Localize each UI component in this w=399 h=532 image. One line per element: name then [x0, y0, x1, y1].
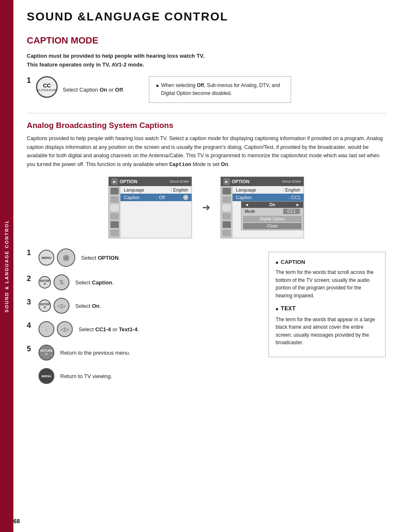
- steps-left: 1 MENU ◉ Select OPTION. 2 ENTER⊙ ⇅ Selec…: [27, 248, 258, 391]
- analog-title: Analog Broadcasting System Captions: [27, 121, 386, 130]
- menu-right-header: ▶ OPTION Move Enter: [221, 177, 304, 186]
- icon-r5: [223, 221, 231, 228]
- menu-left-caption-row: Caption : Off: [120, 194, 192, 201]
- icon-6: [110, 230, 119, 236]
- menu-right: ▶ OPTION Move Enter Language :: [220, 176, 304, 238]
- step-3-icons: ENTER⊙ ◁▷: [38, 298, 69, 314]
- step-menu-row: MENU Return to TV viewing.: [27, 368, 258, 384]
- return-button[interactable]: RETURN⊙: [38, 345, 54, 361]
- menu-right-icons-col: [221, 186, 233, 238]
- step-5-text: Return to the previous menu.: [60, 349, 130, 357]
- step-2-number: 2: [27, 274, 33, 283]
- popup-digital-option[interactable]: Digital Option: [243, 216, 302, 222]
- up-down-button[interactable]: ⇅: [54, 274, 69, 290]
- popup-close[interactable]: Close: [243, 223, 302, 229]
- step-2-text: Select Caption.: [75, 279, 114, 287]
- menu-arrow: ➜: [202, 202, 210, 213]
- text-note-body: The term for the words that appear in a …: [276, 316, 379, 347]
- popup-on-label: On: [269, 202, 275, 207]
- menu-left: ▶ OPTION Move Enter Language :: [108, 176, 192, 238]
- menu-right-title: OPTION: [232, 179, 249, 184]
- icon-r4: [223, 213, 231, 220]
- popup-on-row: ◄ On ►: [241, 202, 303, 208]
- popup-arrow-right: ►: [296, 202, 300, 207]
- caption-note-box: When selecting Off, Sub-menus for Analog…: [149, 76, 291, 103]
- cc-button[interactable]: CC ALPHANUM: [36, 76, 58, 98]
- text-note-bullet: ■: [276, 306, 278, 312]
- lr-button-2[interactable]: ◁▷: [57, 321, 73, 337]
- menu-right-nav: Move Enter: [282, 179, 301, 184]
- menus-row: ▶ OPTION Move Enter Language :: [27, 176, 386, 238]
- caption-step1-number: 1: [27, 76, 31, 85]
- enter-button-3[interactable]: ENTER⊙: [38, 299, 51, 312]
- text-note-title: TEXT: [281, 304, 296, 314]
- note-caption: ■ CAPTION The term for the words that sc…: [276, 258, 379, 299]
- menu-left-language-row: Language : English: [120, 186, 192, 194]
- divider: [27, 113, 386, 113]
- step-1-text: Select OPTION.: [81, 254, 120, 262]
- menu-right-language-row: Language : English: [233, 186, 304, 194]
- caption-note-bullet: ■: [276, 259, 278, 266]
- menu-left-nav: Move Enter: [170, 179, 189, 184]
- step-4-number: 4: [27, 321, 33, 330]
- popup-area: ◄ On ► Mode CC1 Digital Option Close: [241, 201, 304, 230]
- popup-arrow-left: ◄: [245, 202, 249, 207]
- caption-step1-instruction: Select Caption On or Off.: [63, 80, 124, 94]
- caption-indicator: [183, 195, 188, 200]
- menu-left-title: OPTION: [120, 179, 137, 184]
- main-content: SOUND &LANGUAGE CONTROL CAPTION MODE Cap…: [13, 0, 399, 405]
- menu-right-caption-row: Caption : CC1: [233, 194, 304, 201]
- menu-right-icon: ▶: [223, 178, 230, 185]
- down-button[interactable]: ↓: [38, 321, 54, 337]
- sidebar-label: SOUND & LANGUAGE CONTROL: [4, 220, 9, 312]
- popup-mode-row: Mode CC1: [241, 208, 303, 215]
- enter-button-2[interactable]: ENTER⊙: [38, 276, 51, 289]
- icon-2: [110, 196, 119, 203]
- step-1-row: 1 MENU ◉ Select OPTION.: [27, 248, 258, 267]
- menu-button-2[interactable]: MENU: [38, 368, 54, 384]
- page-number: 68: [13, 518, 20, 524]
- sidebar: SOUND & LANGUAGE CONTROL: [0, 0, 13, 532]
- step-2-row: 2 ENTER⊙ ⇅ Select Caption.: [27, 274, 258, 290]
- popup-box: ◄ On ► Mode CC1 Digital Option Close: [241, 201, 304, 230]
- step-5-icons: RETURN⊙: [38, 345, 54, 361]
- step-3-text: Select On.: [75, 302, 101, 310]
- notes-panel: ■ CAPTION The term for the words that sc…: [269, 252, 386, 357]
- step-3-number: 3: [27, 298, 33, 307]
- analog-body-text: Captions provided to help people with he…: [27, 134, 386, 169]
- step-menu-icons: MENU: [38, 368, 54, 384]
- icon-1: [110, 188, 119, 194]
- note-text: ■ TEXT The term for the words that appea…: [276, 304, 379, 347]
- intro-text: Caption must be provided to help people …: [27, 52, 386, 69]
- step-3-row: 3 ENTER⊙ ◁▷ Select On.: [27, 298, 258, 314]
- icon-r6: [223, 230, 231, 236]
- step-2-icons: ENTER⊙ ⇅: [38, 274, 69, 290]
- icon-r3: [223, 205, 231, 211]
- icon-5: [110, 221, 119, 228]
- menu-left-icon: ▶: [111, 178, 118, 185]
- caption-step1-left: 1 CC ALPHANUM Select Caption On or Off.: [27, 76, 136, 98]
- steps-area: 1 MENU ◉ Select OPTION. 2 ENTER⊙ ⇅ Selec…: [27, 248, 386, 391]
- step-4-text: Select CC1-4 or Text1-4.: [79, 325, 139, 334]
- step-1-icons: MENU ◉: [38, 248, 75, 267]
- icon-r2: [223, 196, 231, 203]
- left-right-button[interactable]: ◁▷: [54, 298, 69, 314]
- menu-left-header: ▶ OPTION Move Enter: [109, 177, 192, 186]
- caption-mode-title: CAPTION MODE: [27, 35, 386, 46]
- step-4-icons: ↓ ◁▷: [38, 321, 73, 337]
- nav-dial[interactable]: ◉: [57, 248, 75, 267]
- step-1-number: 1: [27, 248, 33, 257]
- caption-step1-row: 1 CC ALPHANUM Select Caption On or Off. …: [27, 76, 386, 103]
- popup-cc1-label: CC1: [283, 209, 300, 214]
- popup-mode-label: Mode: [245, 209, 255, 214]
- icon-3: [110, 205, 119, 211]
- step-5-row: 5 RETURN⊙ Return to the previous menu.: [27, 345, 258, 361]
- step-menu-number: [27, 368, 33, 377]
- caption-note-body: The term for the words that scroll acros…: [276, 269, 379, 299]
- menu-button[interactable]: MENU: [38, 250, 54, 266]
- icon-4: [110, 213, 119, 220]
- step-4-row: 4 ↓ ◁▷ Select CC1-4 or Text1-4.: [27, 321, 258, 337]
- page-title: SOUND &LANGUAGE CONTROL: [27, 10, 386, 23]
- step-menu-text: Return to TV viewing.: [60, 372, 112, 381]
- step-5-number: 5: [27, 345, 33, 353]
